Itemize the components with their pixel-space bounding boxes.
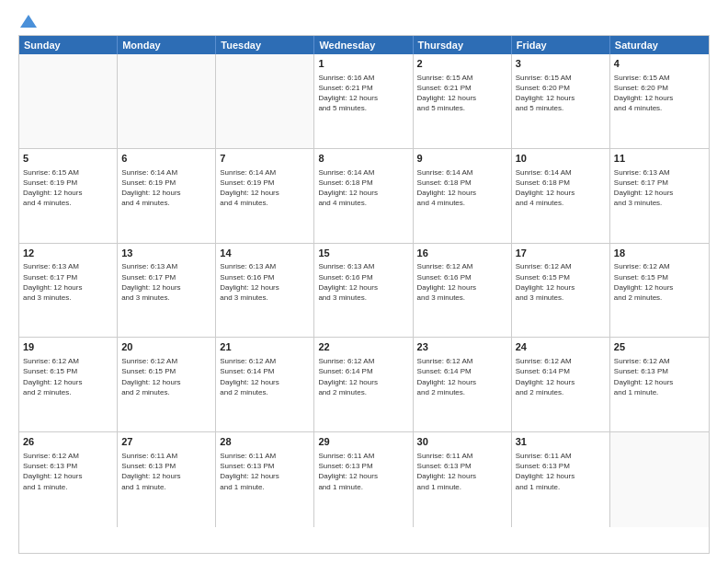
day-info: Sunrise: 6:15 AM Sunset: 6:20 PM Dayligh… — [516, 73, 606, 114]
calendar-cell — [19, 54, 118, 148]
calendar-cell: 26Sunrise: 6:12 AM Sunset: 6:13 PM Dayli… — [19, 432, 118, 527]
day-number: 28 — [220, 435, 310, 449]
calendar-cell: 18Sunrise: 6:12 AM Sunset: 6:15 PM Dayli… — [610, 244, 709, 338]
day-number: 3 — [516, 57, 606, 71]
calendar-cell: 16Sunrise: 6:12 AM Sunset: 6:16 PM Dayli… — [414, 244, 512, 338]
weekday-header: Saturday — [610, 36, 709, 54]
calendar-cell: 22Sunrise: 6:12 AM Sunset: 6:14 PM Dayli… — [314, 338, 413, 431]
day-number: 27 — [121, 435, 211, 449]
calendar-cell: 4Sunrise: 6:15 AM Sunset: 6:20 PM Daylig… — [610, 54, 709, 148]
day-number: 22 — [318, 340, 408, 354]
calendar-cell: 8Sunrise: 6:14 AM Sunset: 6:18 PM Daylig… — [314, 149, 413, 243]
calendar-cell: 1Sunrise: 6:16 AM Sunset: 6:21 PM Daylig… — [314, 54, 413, 148]
day-number: 19 — [23, 340, 113, 354]
day-number: 7 — [220, 152, 310, 166]
day-info: Sunrise: 6:12 AM Sunset: 6:16 PM Dayligh… — [417, 261, 507, 303]
day-number: 23 — [417, 340, 507, 354]
day-number: 4 — [614, 57, 705, 71]
calendar-cell: 2Sunrise: 6:15 AM Sunset: 6:21 PM Daylig… — [414, 54, 512, 148]
calendar-cell: 12Sunrise: 6:13 AM Sunset: 6:17 PM Dayli… — [19, 244, 118, 338]
day-number: 10 — [516, 152, 606, 166]
day-number: 25 — [614, 340, 705, 354]
calendar-cell: 27Sunrise: 6:11 AM Sunset: 6:13 PM Dayli… — [118, 432, 216, 527]
calendar-cell: 14Sunrise: 6:13 AM Sunset: 6:16 PM Dayli… — [216, 244, 314, 338]
calendar-cell: 15Sunrise: 6:13 AM Sunset: 6:16 PM Dayli… — [314, 244, 413, 338]
day-info: Sunrise: 6:13 AM Sunset: 6:17 PM Dayligh… — [121, 261, 211, 303]
calendar-cell — [610, 432, 709, 527]
calendar-cell: 11Sunrise: 6:13 AM Sunset: 6:17 PM Dayli… — [610, 149, 709, 243]
calendar-cell: 5Sunrise: 6:15 AM Sunset: 6:19 PM Daylig… — [19, 149, 118, 243]
calendar-cell: 7Sunrise: 6:14 AM Sunset: 6:19 PM Daylig… — [216, 149, 314, 243]
day-info: Sunrise: 6:13 AM Sunset: 6:17 PM Dayligh… — [23, 261, 113, 303]
day-info: Sunrise: 6:15 AM Sunset: 6:20 PM Dayligh… — [614, 73, 705, 114]
day-info: Sunrise: 6:13 AM Sunset: 6:16 PM Dayligh… — [220, 261, 310, 303]
day-info: Sunrise: 6:14 AM Sunset: 6:19 PM Dayligh… — [220, 167, 310, 209]
calendar: SundayMondayTuesdayWednesdayThursdayFrid… — [18, 35, 710, 554]
day-number: 24 — [516, 340, 606, 354]
day-number: 20 — [121, 340, 211, 354]
day-info: Sunrise: 6:13 AM Sunset: 6:17 PM Dayligh… — [614, 167, 705, 209]
calendar-cell: 29Sunrise: 6:11 AM Sunset: 6:13 PM Dayli… — [314, 432, 413, 527]
day-number: 5 — [23, 152, 113, 166]
day-info: Sunrise: 6:11 AM Sunset: 6:13 PM Dayligh… — [121, 451, 211, 492]
day-info: Sunrise: 6:11 AM Sunset: 6:13 PM Dayligh… — [417, 451, 507, 492]
day-info: Sunrise: 6:12 AM Sunset: 6:15 PM Dayligh… — [614, 261, 705, 303]
day-info: Sunrise: 6:12 AM Sunset: 6:13 PM Dayligh… — [23, 451, 113, 492]
day-number: 12 — [23, 247, 113, 260]
day-number: 1 — [318, 57, 408, 71]
calendar-cell: 19Sunrise: 6:12 AM Sunset: 6:15 PM Dayli… — [19, 338, 118, 431]
day-number: 31 — [516, 435, 606, 449]
calendar-cell: 30Sunrise: 6:11 AM Sunset: 6:13 PM Dayli… — [414, 432, 512, 527]
calendar-cell — [216, 54, 314, 148]
calendar-cell: 25Sunrise: 6:12 AM Sunset: 6:13 PM Dayli… — [610, 338, 709, 431]
calendar-header: SundayMondayTuesdayWednesdayThursdayFrid… — [19, 36, 709, 54]
day-info: Sunrise: 6:12 AM Sunset: 6:14 PM Dayligh… — [417, 356, 507, 397]
weekday-header: Wednesday — [314, 36, 413, 54]
day-info: Sunrise: 6:15 AM Sunset: 6:21 PM Dayligh… — [417, 73, 507, 114]
logo-icon — [20, 15, 37, 28]
day-info: Sunrise: 6:13 AM Sunset: 6:16 PM Dayligh… — [318, 261, 408, 303]
day-number: 11 — [614, 152, 705, 166]
day-number: 18 — [614, 247, 705, 260]
calendar-cell: 24Sunrise: 6:12 AM Sunset: 6:14 PM Dayli… — [512, 338, 610, 431]
day-info: Sunrise: 6:12 AM Sunset: 6:14 PM Dayligh… — [516, 356, 606, 397]
day-info: Sunrise: 6:14 AM Sunset: 6:19 PM Dayligh… — [121, 167, 211, 209]
calendar-cell: 17Sunrise: 6:12 AM Sunset: 6:15 PM Dayli… — [512, 244, 610, 338]
day-number: 30 — [417, 435, 507, 449]
calendar-cell: 21Sunrise: 6:12 AM Sunset: 6:14 PM Dayli… — [216, 338, 314, 431]
weekday-header: Tuesday — [216, 36, 314, 54]
calendar-cell: 9Sunrise: 6:14 AM Sunset: 6:18 PM Daylig… — [414, 149, 512, 243]
calendar-cell: 28Sunrise: 6:11 AM Sunset: 6:13 PM Dayli… — [216, 432, 314, 527]
calendar-cell: 13Sunrise: 6:13 AM Sunset: 6:17 PM Dayli… — [118, 244, 216, 338]
day-info: Sunrise: 6:14 AM Sunset: 6:18 PM Dayligh… — [516, 167, 606, 209]
day-info: Sunrise: 6:12 AM Sunset: 6:15 PM Dayligh… — [121, 356, 211, 397]
calendar-cell: 6Sunrise: 6:14 AM Sunset: 6:19 PM Daylig… — [118, 149, 216, 243]
weekday-header: Sunday — [19, 36, 118, 54]
day-number: 17 — [516, 247, 606, 260]
header — [18, 15, 710, 26]
logo — [18, 15, 37, 26]
day-number: 26 — [23, 435, 113, 449]
calendar-week-row: 5Sunrise: 6:15 AM Sunset: 6:19 PM Daylig… — [19, 149, 709, 244]
calendar-cell: 3Sunrise: 6:15 AM Sunset: 6:20 PM Daylig… — [512, 54, 610, 148]
day-info: Sunrise: 6:12 AM Sunset: 6:14 PM Dayligh… — [220, 356, 310, 397]
day-number: 14 — [220, 247, 310, 260]
weekday-header: Friday — [512, 36, 610, 54]
svg-marker-0 — [20, 15, 37, 28]
weekday-header: Monday — [118, 36, 216, 54]
day-number: 2 — [417, 57, 507, 71]
calendar-body: 1Sunrise: 6:16 AM Sunset: 6:21 PM Daylig… — [19, 54, 709, 527]
calendar-week-row: 19Sunrise: 6:12 AM Sunset: 6:15 PM Dayli… — [19, 338, 709, 432]
day-number: 29 — [318, 435, 408, 449]
calendar-week-row: 26Sunrise: 6:12 AM Sunset: 6:13 PM Dayli… — [19, 432, 709, 527]
day-number: 21 — [220, 340, 310, 354]
day-number: 16 — [417, 247, 507, 260]
day-info: Sunrise: 6:15 AM Sunset: 6:19 PM Dayligh… — [23, 167, 113, 209]
day-number: 6 — [121, 152, 211, 166]
calendar-cell: 20Sunrise: 6:12 AM Sunset: 6:15 PM Dayli… — [118, 338, 216, 431]
calendar-cell: 10Sunrise: 6:14 AM Sunset: 6:18 PM Dayli… — [512, 149, 610, 243]
calendar-week-row: 12Sunrise: 6:13 AM Sunset: 6:17 PM Dayli… — [19, 244, 709, 339]
day-number: 15 — [318, 247, 408, 260]
calendar-cell — [118, 54, 216, 148]
day-info: Sunrise: 6:12 AM Sunset: 6:13 PM Dayligh… — [614, 356, 705, 397]
